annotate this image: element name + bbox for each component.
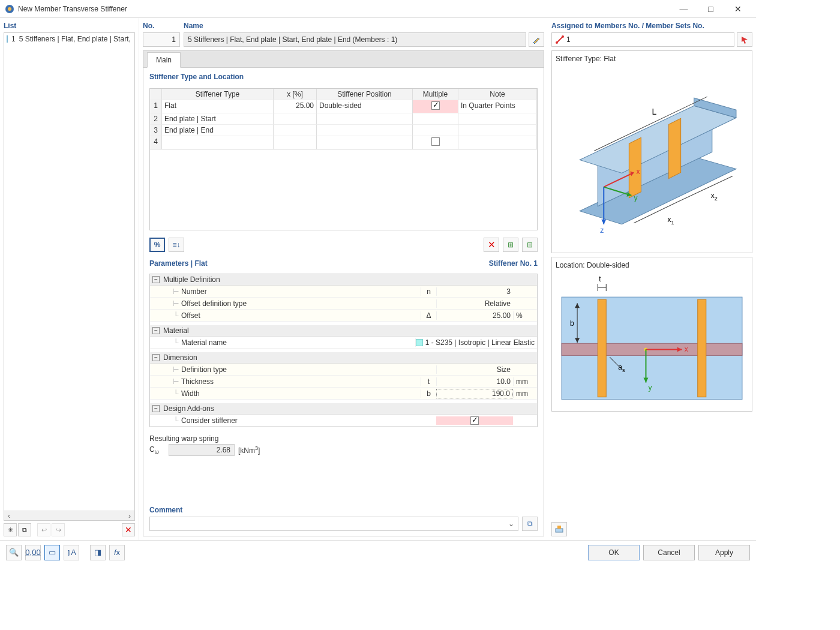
tab-main[interactable]: Main <box>147 52 181 68</box>
delete-item-button[interactable]: ✕ <box>122 523 135 536</box>
no-input[interactable]: 1 <box>143 32 180 47</box>
percent-button[interactable]: % <box>149 238 165 252</box>
svg-marker-10 <box>669 118 681 178</box>
consider-stiffener-checkbox[interactable] <box>470 416 479 425</box>
list-item-no: 1 <box>11 35 16 43</box>
edit-name-button[interactable] <box>529 32 544 47</box>
view1-button[interactable]: ▭ <box>44 545 60 560</box>
svg-text:x: x <box>636 167 640 176</box>
param-tree: −Multiple Definition ⊢Numbern3 ⊢Offset d… <box>149 274 538 427</box>
comment-library-button[interactable]: ⧉ <box>522 517 538 531</box>
member-icon <box>556 35 564 44</box>
horizontal-scrollbar[interactable]: ‹ › <box>4 511 134 520</box>
table-row[interactable]: 4 <box>150 136 537 149</box>
minimize-button[interactable]: — <box>670 0 697 18</box>
stiffener-table: Stiffener Type x [%] Stiffener Position … <box>149 88 538 230</box>
cancel-button[interactable]: Cancel <box>643 545 695 560</box>
svg-text:y: y <box>634 194 637 202</box>
cursor-pick-icon <box>740 35 749 44</box>
collapse-icon[interactable]: − <box>152 327 160 334</box>
group-design-addons[interactable]: −Design Add-ons <box>150 403 537 415</box>
params-title: Parameters | Flat <box>149 259 208 268</box>
name-input[interactable]: 5 Stiffeners | Flat, End plate | Start, … <box>184 32 526 47</box>
preview-location-title: Location: Double-sided <box>556 261 748 269</box>
sort-button[interactable]: ≡↓ <box>169 238 184 252</box>
svg-text:z: z <box>600 226 604 235</box>
fx-button[interactable]: fx <box>109 545 125 560</box>
table-row[interactable]: 3End plate | End <box>150 125 537 136</box>
section-preview-svg: t b as x y <box>556 273 748 406</box>
comment-combo[interactable]: ⌄ <box>149 517 518 531</box>
tab-body-main: Stiffener Type and Location Stiffener Ty… <box>143 67 544 536</box>
help-button[interactable]: 🔍 <box>6 545 22 560</box>
apply-button[interactable]: Apply <box>698 545 750 560</box>
pencil-icon <box>532 35 541 44</box>
svg-line-2 <box>557 37 563 43</box>
params-right-title: Stiffener No. 1 <box>489 259 538 268</box>
list-item[interactable]: 1 5 Stiffeners | Flat, End plate | Start… <box>5 34 133 44</box>
width-input[interactable]: 190.0 <box>436 389 513 398</box>
collapse-icon[interactable]: − <box>152 405 160 412</box>
table-row[interactable]: 1Flat25.00Double-sidedIn Quarter Points <box>150 100 537 113</box>
svg-point-4 <box>562 35 564 38</box>
svg-text:x2: x2 <box>711 191 718 202</box>
svg-rect-28 <box>598 299 606 397</box>
assigned-input[interactable]: 1 <box>551 32 734 47</box>
preview-location-panel: Location: Double-sided t b as x y <box>551 257 752 412</box>
material-swatch <box>416 339 423 346</box>
table-delete-button[interactable]: ✕ <box>484 238 499 252</box>
group-material[interactable]: −Material <box>150 325 537 337</box>
close-button[interactable]: ✕ <box>724 0 751 18</box>
warp-symbol: Cω <box>149 445 165 455</box>
scroll-right-icon[interactable]: › <box>125 512 134 520</box>
no-label: No. <box>143 22 180 30</box>
units-button[interactable]: 0,00 <box>25 545 41 560</box>
svg-text:t: t <box>599 275 601 283</box>
svg-text:b: b <box>570 319 574 328</box>
iso-preview-svg: x y z L x1 x2 <box>556 67 748 247</box>
table-import-button[interactable]: ⊞ <box>503 238 518 252</box>
prev-button[interactable]: ↩ <box>37 523 50 536</box>
ok-button[interactable]: OK <box>588 545 640 560</box>
collapse-icon[interactable]: − <box>152 276 160 283</box>
svg-text:x1: x1 <box>668 215 674 226</box>
bottom-bar: 🔍 0,00 ▭ ⫿A ◨ fx OK Cancel Apply <box>0 540 756 564</box>
magnifier-icon: 🔍 <box>9 548 19 557</box>
scroll-left-icon[interactable]: ‹ <box>4 512 14 520</box>
list-toolbar: ✳ ⧉ ↩ ↪ ✕ <box>4 523 135 536</box>
svg-text:L: L <box>652 107 657 116</box>
window-title: New Member Transverse Stiffener <box>18 5 670 13</box>
list-color-swatch <box>7 35 8 43</box>
svg-rect-48 <box>557 526 561 529</box>
collapse-icon[interactable]: − <box>152 354 160 361</box>
view3-button[interactable]: ◨ <box>90 545 106 560</box>
view2-button[interactable]: ⫿A <box>64 545 79 560</box>
svg-rect-29 <box>698 299 706 397</box>
warp-value: 2.68 <box>169 444 235 456</box>
copy-item-button[interactable]: ⧉ <box>18 523 31 536</box>
table-row[interactable]: 2End plate | Start <box>150 113 537 125</box>
table-header-row: Stiffener Type x [%] Stiffener Position … <box>150 89 537 100</box>
multiple-checkbox[interactable] <box>431 101 440 110</box>
pick-members-button[interactable] <box>737 32 752 47</box>
svg-text:y: y <box>648 383 652 392</box>
next-button[interactable]: ↪ <box>52 523 65 536</box>
name-label: Name <box>184 22 544 30</box>
warp-unit: [kNm3] <box>238 445 260 455</box>
new-item-button[interactable]: ✳ <box>4 523 17 536</box>
preview-settings-button[interactable] <box>551 522 567 536</box>
svg-point-3 <box>556 41 558 44</box>
chevron-down-icon: ⌄ <box>508 520 514 528</box>
maximize-button[interactable]: □ <box>697 0 724 18</box>
multiple-checkbox[interactable] <box>431 137 440 146</box>
svg-point-1 <box>8 7 11 11</box>
group-dimension[interactable]: −Dimension <box>150 352 537 364</box>
group-multiple-definition[interactable]: −Multiple Definition <box>150 274 537 286</box>
list-item-text: 5 Stiffeners | Flat, End plate | Start, … <box>19 35 133 43</box>
comment-title: Comment <box>149 506 538 514</box>
table-export-button[interactable]: ⊟ <box>522 238 538 252</box>
title-bar: New Member Transverse Stiffener — □ ✕ <box>0 0 756 18</box>
stiffener-section-title: Stiffener Type and Location <box>149 73 538 81</box>
svg-rect-47 <box>556 529 563 532</box>
app-icon <box>5 4 14 14</box>
